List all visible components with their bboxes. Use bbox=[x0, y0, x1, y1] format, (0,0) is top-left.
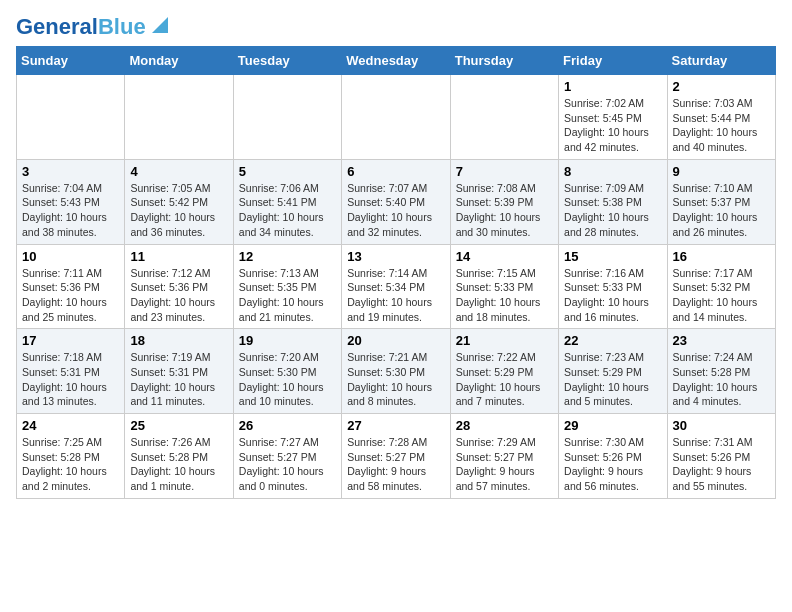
day-number: 14 bbox=[456, 249, 553, 264]
day-info: Sunrise: 7:10 AM Sunset: 5:37 PM Dayligh… bbox=[673, 181, 770, 240]
day-info: Sunrise: 7:13 AM Sunset: 5:35 PM Dayligh… bbox=[239, 266, 336, 325]
calendar-week-row: 17Sunrise: 7:18 AM Sunset: 5:31 PM Dayli… bbox=[17, 329, 776, 414]
calendar-day-cell: 4Sunrise: 7:05 AM Sunset: 5:42 PM Daylig… bbox=[125, 159, 233, 244]
day-info: Sunrise: 7:22 AM Sunset: 5:29 PM Dayligh… bbox=[456, 350, 553, 409]
calendar-day-cell: 7Sunrise: 7:08 AM Sunset: 5:39 PM Daylig… bbox=[450, 159, 558, 244]
calendar-day-cell: 6Sunrise: 7:07 AM Sunset: 5:40 PM Daylig… bbox=[342, 159, 450, 244]
weekday-header: Tuesday bbox=[233, 47, 341, 75]
calendar-week-row: 3Sunrise: 7:04 AM Sunset: 5:43 PM Daylig… bbox=[17, 159, 776, 244]
calendar-day-cell: 29Sunrise: 7:30 AM Sunset: 5:26 PM Dayli… bbox=[559, 414, 667, 499]
day-info: Sunrise: 7:11 AM Sunset: 5:36 PM Dayligh… bbox=[22, 266, 119, 325]
day-info: Sunrise: 7:12 AM Sunset: 5:36 PM Dayligh… bbox=[130, 266, 227, 325]
weekday-header: Monday bbox=[125, 47, 233, 75]
calendar-day-cell: 5Sunrise: 7:06 AM Sunset: 5:41 PM Daylig… bbox=[233, 159, 341, 244]
day-info: Sunrise: 7:25 AM Sunset: 5:28 PM Dayligh… bbox=[22, 435, 119, 494]
calendar-day-cell: 19Sunrise: 7:20 AM Sunset: 5:30 PM Dayli… bbox=[233, 329, 341, 414]
day-info: Sunrise: 7:02 AM Sunset: 5:45 PM Dayligh… bbox=[564, 96, 661, 155]
calendar-day-cell: 9Sunrise: 7:10 AM Sunset: 5:37 PM Daylig… bbox=[667, 159, 775, 244]
logo-arrow-icon bbox=[148, 13, 172, 37]
day-number: 1 bbox=[564, 79, 661, 94]
day-info: Sunrise: 7:09 AM Sunset: 5:38 PM Dayligh… bbox=[564, 181, 661, 240]
day-number: 17 bbox=[22, 333, 119, 348]
day-number: 6 bbox=[347, 164, 444, 179]
calendar-header-row: SundayMondayTuesdayWednesdayThursdayFrid… bbox=[17, 47, 776, 75]
day-number: 22 bbox=[564, 333, 661, 348]
day-number: 12 bbox=[239, 249, 336, 264]
day-number: 26 bbox=[239, 418, 336, 433]
day-number: 3 bbox=[22, 164, 119, 179]
day-number: 10 bbox=[22, 249, 119, 264]
calendar-day-cell bbox=[233, 75, 341, 160]
day-number: 19 bbox=[239, 333, 336, 348]
calendar-day-cell: 30Sunrise: 7:31 AM Sunset: 5:26 PM Dayli… bbox=[667, 414, 775, 499]
day-number: 27 bbox=[347, 418, 444, 433]
calendar-day-cell: 28Sunrise: 7:29 AM Sunset: 5:27 PM Dayli… bbox=[450, 414, 558, 499]
day-info: Sunrise: 7:08 AM Sunset: 5:39 PM Dayligh… bbox=[456, 181, 553, 240]
day-number: 8 bbox=[564, 164, 661, 179]
calendar-week-row: 24Sunrise: 7:25 AM Sunset: 5:28 PM Dayli… bbox=[17, 414, 776, 499]
day-info: Sunrise: 7:30 AM Sunset: 5:26 PM Dayligh… bbox=[564, 435, 661, 494]
calendar-day-cell bbox=[450, 75, 558, 160]
calendar-day-cell: 26Sunrise: 7:27 AM Sunset: 5:27 PM Dayli… bbox=[233, 414, 341, 499]
calendar-day-cell bbox=[17, 75, 125, 160]
calendar-day-cell: 17Sunrise: 7:18 AM Sunset: 5:31 PM Dayli… bbox=[17, 329, 125, 414]
day-number: 30 bbox=[673, 418, 770, 433]
calendar-week-row: 10Sunrise: 7:11 AM Sunset: 5:36 PM Dayli… bbox=[17, 244, 776, 329]
weekday-header: Wednesday bbox=[342, 47, 450, 75]
calendar-week-row: 1Sunrise: 7:02 AM Sunset: 5:45 PM Daylig… bbox=[17, 75, 776, 160]
page-header: GeneralBlue bbox=[16, 16, 776, 38]
day-info: Sunrise: 7:28 AM Sunset: 5:27 PM Dayligh… bbox=[347, 435, 444, 494]
day-info: Sunrise: 7:17 AM Sunset: 5:32 PM Dayligh… bbox=[673, 266, 770, 325]
day-number: 20 bbox=[347, 333, 444, 348]
weekday-header: Sunday bbox=[17, 47, 125, 75]
day-info: Sunrise: 7:31 AM Sunset: 5:26 PM Dayligh… bbox=[673, 435, 770, 494]
calendar-day-cell: 3Sunrise: 7:04 AM Sunset: 5:43 PM Daylig… bbox=[17, 159, 125, 244]
weekday-header: Thursday bbox=[450, 47, 558, 75]
calendar-day-cell: 2Sunrise: 7:03 AM Sunset: 5:44 PM Daylig… bbox=[667, 75, 775, 160]
calendar-day-cell: 10Sunrise: 7:11 AM Sunset: 5:36 PM Dayli… bbox=[17, 244, 125, 329]
calendar-day-cell: 12Sunrise: 7:13 AM Sunset: 5:35 PM Dayli… bbox=[233, 244, 341, 329]
day-info: Sunrise: 7:29 AM Sunset: 5:27 PM Dayligh… bbox=[456, 435, 553, 494]
logo-text: GeneralBlue bbox=[16, 16, 146, 38]
day-number: 13 bbox=[347, 249, 444, 264]
day-number: 29 bbox=[564, 418, 661, 433]
calendar-day-cell: 21Sunrise: 7:22 AM Sunset: 5:29 PM Dayli… bbox=[450, 329, 558, 414]
day-number: 15 bbox=[564, 249, 661, 264]
day-info: Sunrise: 7:06 AM Sunset: 5:41 PM Dayligh… bbox=[239, 181, 336, 240]
day-info: Sunrise: 7:07 AM Sunset: 5:40 PM Dayligh… bbox=[347, 181, 444, 240]
day-number: 25 bbox=[130, 418, 227, 433]
day-number: 16 bbox=[673, 249, 770, 264]
calendar-day-cell bbox=[342, 75, 450, 160]
day-info: Sunrise: 7:21 AM Sunset: 5:30 PM Dayligh… bbox=[347, 350, 444, 409]
calendar-day-cell: 1Sunrise: 7:02 AM Sunset: 5:45 PM Daylig… bbox=[559, 75, 667, 160]
day-info: Sunrise: 7:04 AM Sunset: 5:43 PM Dayligh… bbox=[22, 181, 119, 240]
day-number: 5 bbox=[239, 164, 336, 179]
day-info: Sunrise: 7:16 AM Sunset: 5:33 PM Dayligh… bbox=[564, 266, 661, 325]
day-info: Sunrise: 7:26 AM Sunset: 5:28 PM Dayligh… bbox=[130, 435, 227, 494]
calendar-day-cell: 27Sunrise: 7:28 AM Sunset: 5:27 PM Dayli… bbox=[342, 414, 450, 499]
day-info: Sunrise: 7:15 AM Sunset: 5:33 PM Dayligh… bbox=[456, 266, 553, 325]
day-number: 28 bbox=[456, 418, 553, 433]
calendar-day-cell: 18Sunrise: 7:19 AM Sunset: 5:31 PM Dayli… bbox=[125, 329, 233, 414]
day-number: 23 bbox=[673, 333, 770, 348]
day-info: Sunrise: 7:18 AM Sunset: 5:31 PM Dayligh… bbox=[22, 350, 119, 409]
day-info: Sunrise: 7:23 AM Sunset: 5:29 PM Dayligh… bbox=[564, 350, 661, 409]
calendar-day-cell: 25Sunrise: 7:26 AM Sunset: 5:28 PM Dayli… bbox=[125, 414, 233, 499]
calendar-day-cell: 13Sunrise: 7:14 AM Sunset: 5:34 PM Dayli… bbox=[342, 244, 450, 329]
day-number: 4 bbox=[130, 164, 227, 179]
day-info: Sunrise: 7:14 AM Sunset: 5:34 PM Dayligh… bbox=[347, 266, 444, 325]
day-number: 11 bbox=[130, 249, 227, 264]
calendar-day-cell: 16Sunrise: 7:17 AM Sunset: 5:32 PM Dayli… bbox=[667, 244, 775, 329]
day-number: 9 bbox=[673, 164, 770, 179]
calendar-day-cell bbox=[125, 75, 233, 160]
day-number: 24 bbox=[22, 418, 119, 433]
calendar-day-cell: 22Sunrise: 7:23 AM Sunset: 5:29 PM Dayli… bbox=[559, 329, 667, 414]
day-number: 2 bbox=[673, 79, 770, 94]
day-number: 18 bbox=[130, 333, 227, 348]
calendar-day-cell: 24Sunrise: 7:25 AM Sunset: 5:28 PM Dayli… bbox=[17, 414, 125, 499]
calendar-day-cell: 14Sunrise: 7:15 AM Sunset: 5:33 PM Dayli… bbox=[450, 244, 558, 329]
calendar-day-cell: 8Sunrise: 7:09 AM Sunset: 5:38 PM Daylig… bbox=[559, 159, 667, 244]
calendar-table: SundayMondayTuesdayWednesdayThursdayFrid… bbox=[16, 46, 776, 499]
calendar-day-cell: 20Sunrise: 7:21 AM Sunset: 5:30 PM Dayli… bbox=[342, 329, 450, 414]
day-number: 7 bbox=[456, 164, 553, 179]
